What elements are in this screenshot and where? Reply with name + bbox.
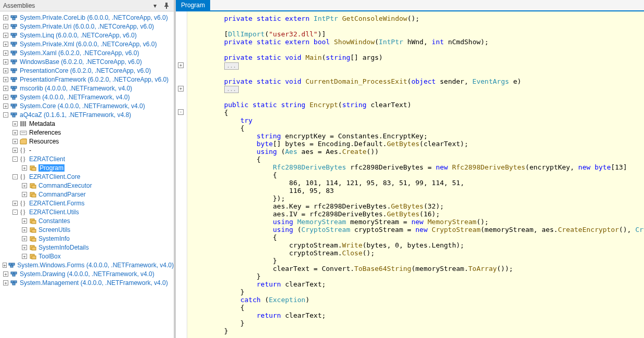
expand-icon[interactable]: + (22, 165, 27, 171)
tree-item-label: System.Private.Xml (6.0.0.0, .NETCoreApp… (20, 41, 157, 48)
tree-item[interactable]: -{}EZRATClient (0, 154, 174, 163)
expand-icon[interactable]: + (3, 263, 7, 268)
tree-item[interactable]: +References (0, 128, 174, 137)
fold-collapse-icon[interactable]: - (178, 109, 184, 115)
svg-rect-14 (12, 53, 15, 55)
tree-item[interactable]: +mscorlib (4.0.0.0, .NETFramework, v4.0) (0, 84, 174, 93)
code-content[interactable]: private static extern IntPtr GetConsoleW… (187, 11, 644, 338)
svg-rect-1 (14, 16, 17, 18)
tree-item[interactable]: +ToolBox (0, 252, 174, 261)
tree-item[interactable]: +SystemInfo (0, 234, 174, 243)
expand-icon[interactable]: + (3, 280, 8, 285)
tree-item[interactable]: -{}EZRATClient.Core (0, 172, 174, 181)
assembly-tree[interactable]: +System.Private.CoreLib (6.0.0.0, .NETCo… (0, 11, 174, 338)
expand-icon[interactable]: + (12, 139, 18, 144)
ns-icon: {} (19, 147, 28, 154)
expand-icon[interactable]: + (12, 148, 18, 153)
svg-rect-22 (14, 77, 17, 80)
tree-item[interactable]: +System.Core (4.0.0.0, .NETFramework, v4… (0, 101, 174, 110)
collapsed-block[interactable]: ... (224, 86, 239, 93)
tree-item-label: System.Linq (6.0.0.0, .NETCoreApp, v6.0) (20, 32, 137, 39)
tree-item[interactable]: +System.Private.CoreLib (6.0.0.0, .NETCo… (0, 13, 174, 22)
expand-icon[interactable]: + (12, 130, 18, 135)
fold-expand-icon[interactable]: + (178, 86, 184, 92)
tree-item[interactable]: +System.Private.Uri (6.0.0.0, .NETCoreAp… (0, 22, 174, 31)
tab-program[interactable]: Program (176, 0, 210, 10)
tree-item[interactable]: +System.Management (4.0.0.0, .NETFramewo… (0, 278, 174, 287)
tree-item[interactable]: +Metadata (0, 119, 174, 128)
expand-icon[interactable]: + (12, 121, 18, 126)
tree-item[interactable]: +System (4.0.0.0, .NETFramework, v4.0) (0, 93, 174, 101)
expand-icon[interactable]: + (22, 254, 27, 259)
expand-icon[interactable]: + (3, 95, 8, 100)
expand-icon[interactable]: + (3, 86, 8, 91)
collapse-icon[interactable]: - (12, 174, 18, 179)
expand-icon[interactable]: + (3, 77, 8, 82)
svg-text:{}: {} (20, 147, 26, 153)
collapse-icon[interactable]: - (3, 112, 8, 118)
tree-item-label: CommandExecutor (38, 182, 92, 189)
tree-item[interactable]: +Resources (0, 137, 174, 146)
expand-icon[interactable]: + (3, 24, 8, 29)
tree-item[interactable]: -aQ4caZ (0.1.6.1, .NETFramework, v4.8) (0, 110, 174, 119)
svg-rect-12 (11, 51, 14, 53)
tree-item[interactable]: -{}EZRATClient.Utils (0, 207, 174, 216)
expand-icon[interactable]: + (3, 59, 8, 64)
tree-item[interactable]: +System.Linq (6.0.0.0, .NETCoreApp, v6.0… (0, 31, 174, 40)
svg-rect-26 (12, 88, 15, 90)
cls-icon (29, 226, 37, 233)
expand-icon[interactable]: + (3, 103, 8, 109)
tree-item-label: Program (38, 164, 65, 172)
tree-item[interactable]: +System.Windows.Forms (4.0.0.0, .NETFram… (0, 261, 174, 269)
tree-item[interactable]: +Constantes (0, 216, 174, 225)
expand-icon[interactable]: + (22, 236, 27, 241)
code-editor[interactable]: ++- private static extern IntPtr GetCons… (176, 11, 644, 338)
expand-icon[interactable]: + (3, 33, 8, 38)
tree-item[interactable]: +System.Drawing (4.0.0.0, .NETFramework,… (0, 269, 174, 278)
collapsed-block[interactable]: ... (224, 62, 239, 70)
expand-icon[interactable]: + (22, 245, 27, 250)
expand-icon[interactable]: + (3, 50, 8, 56)
tree-item[interactable]: +{}- (0, 146, 174, 154)
expand-icon[interactable]: + (22, 183, 27, 188)
collapse-icon[interactable]: - (12, 210, 18, 215)
tree-item[interactable]: +{}EZRATClient.Forms (0, 199, 174, 207)
tree-item-label: SystemInfoDetails (38, 244, 89, 251)
expand-icon[interactable]: + (3, 15, 8, 20)
svg-rect-69 (12, 283, 15, 285)
tree-item[interactable]: +CommandParser (0, 190, 174, 199)
expand-icon[interactable]: + (12, 201, 18, 206)
svg-rect-6 (11, 33, 14, 35)
tree-item[interactable]: +CommandExecutor (0, 181, 174, 190)
svg-rect-7 (14, 33, 17, 35)
cls-icon (29, 164, 37, 172)
asm-icon (10, 102, 18, 110)
tree-item[interactable]: +Program (0, 163, 174, 172)
expand-icon[interactable]: + (22, 192, 27, 197)
pin-icon[interactable] (162, 2, 171, 10)
expand-icon[interactable]: + (3, 68, 8, 73)
fold-expand-icon[interactable]: + (178, 62, 184, 68)
svg-rect-65 (14, 272, 17, 274)
svg-rect-23 (12, 80, 15, 82)
cls-icon (29, 191, 37, 198)
svg-rect-19 (14, 69, 17, 71)
tree-item[interactable]: +PresentationFramework (6.0.2.0, .NETCor… (0, 75, 174, 84)
expand-icon[interactable]: + (3, 42, 8, 47)
asm-icon (8, 262, 16, 269)
svg-rect-9 (11, 42, 14, 44)
tree-item[interactable]: +SystemInfoDetails (0, 243, 174, 252)
tree-item-label: System.Windows.Forms (4.0.0.0, .NETFrame… (17, 262, 174, 269)
svg-rect-0 (11, 16, 14, 18)
svg-rect-62 (12, 263, 15, 265)
tree-item[interactable]: +System.Private.Xml (6.0.0.0, .NETCoreAp… (0, 40, 174, 48)
dropdown-icon[interactable]: ▾ (151, 2, 159, 10)
expand-icon[interactable]: + (22, 227, 27, 232)
expand-icon[interactable]: + (22, 218, 27, 224)
tree-item[interactable]: +PresentationCore (6.0.2.0, .NETCoreApp,… (0, 66, 174, 75)
expand-icon[interactable]: + (3, 271, 8, 277)
collapse-icon[interactable]: - (12, 157, 18, 162)
tree-item[interactable]: +ScreenUtils (0, 225, 174, 234)
tree-item[interactable]: +WindowsBase (6.0.2.0, .NETCoreApp, v6.0… (0, 57, 174, 66)
tree-item[interactable]: +System.Xaml (6.0.2.0, .NETCoreApp, v6.0… (0, 48, 174, 57)
